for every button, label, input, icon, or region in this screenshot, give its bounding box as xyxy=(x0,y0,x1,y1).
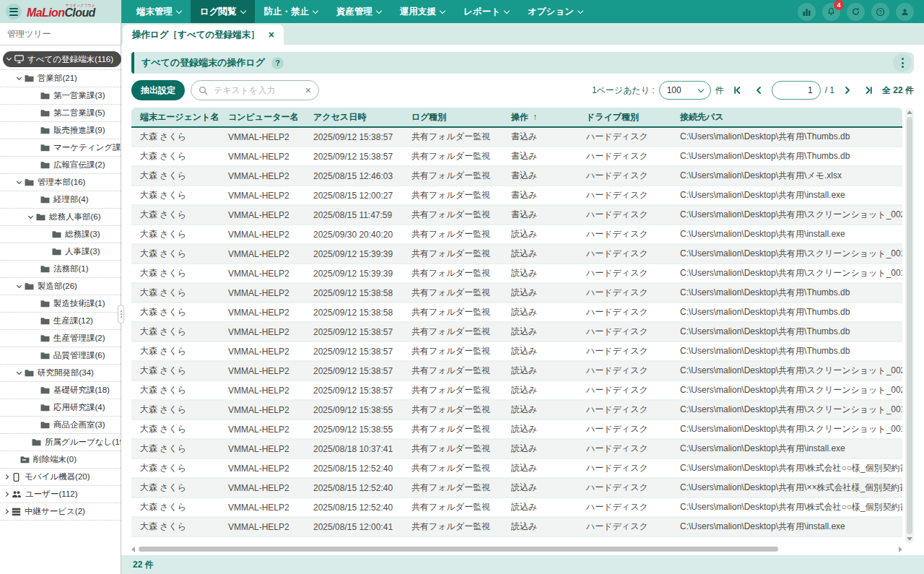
menu-item[interactable]: 防止・禁止 xyxy=(255,0,328,23)
table-row[interactable]: 大森 さくらVMMAL-HELP22025/08/15 11:47:59共有フォ… xyxy=(131,206,902,225)
account-icon[interactable] xyxy=(896,3,914,21)
cell-agent: 大森 さくら xyxy=(131,345,219,357)
cell-computer: VMMAL-HELP2 xyxy=(219,347,305,357)
tree-item[interactable]: 第一営業課(3) xyxy=(0,87,121,105)
table-row[interactable]: 大森 さくらVMMAL-HELP22025/09/12 15:38:58共有フォ… xyxy=(131,284,902,303)
tree-item[interactable]: 営業部(21) xyxy=(0,70,121,87)
table-row[interactable]: 大森 さくらVMMAL-HELP22025/09/12 15:38:57共有フォ… xyxy=(131,323,902,342)
vertical-scrollbar[interactable] xyxy=(905,108,914,544)
table-row[interactable]: 大森 さくらVMMAL-HELP22025/09/12 15:38:57共有フォ… xyxy=(131,362,902,381)
menu-item[interactable]: レポート xyxy=(454,0,518,23)
table-row[interactable]: 大森 さくらVMMAL-HELP22025/09/30 20:40:20共有フォ… xyxy=(131,225,902,245)
table-row[interactable]: 大森 さくらVMMAL-HELP22025/09/12 15:38:57共有フォ… xyxy=(131,381,902,401)
tree-item[interactable]: 研究開発部(34) xyxy=(0,365,121,382)
tree-item[interactable]: 生産管理課(2) xyxy=(0,330,121,347)
table-row[interactable]: 大森 さくらVMMAL-HELP22025/08/15 12:00:41共有フォ… xyxy=(131,518,902,537)
cell-operation: 読込み xyxy=(502,521,578,533)
table-row[interactable]: 大森 さくらVMMAL-HELP22025/09/12 15:38:55共有フォ… xyxy=(131,401,902,420)
stats-icon[interactable] xyxy=(798,3,816,21)
menu-item[interactable]: ログ閲覧 xyxy=(191,0,255,23)
scroll-left-icon[interactable] xyxy=(131,547,135,552)
column-header-log-type[interactable]: ログ種別 xyxy=(403,111,502,123)
table-row[interactable]: 大森 さくらVMMAL-HELP22025/09/12 15:38:57共有フォ… xyxy=(131,128,902,147)
column-header-operation[interactable]: 操作↑ xyxy=(502,111,578,123)
column-header-computer[interactable]: コンピューター名 xyxy=(219,111,305,123)
next-page-button[interactable] xyxy=(839,82,856,99)
table-row[interactable]: 大森 さくらVMMAL-HELP22025/09/12 15:39:39共有フォ… xyxy=(131,264,902,284)
tab-close-icon[interactable]: × xyxy=(269,29,274,40)
tree-item[interactable]: 広報宣伝課(2) xyxy=(0,157,121,174)
menu-item[interactable]: オプション xyxy=(518,0,592,23)
table-row[interactable]: 大森 さくらVMMAL-HELP22025/08/15 12:00:27共有フォ… xyxy=(131,186,902,206)
menu-item[interactable]: 端末管理 xyxy=(127,0,191,23)
tree-item[interactable]: 製造技術課(1) xyxy=(0,295,121,313)
table-row[interactable]: 大森 さくらVMMAL-HELP22025/08/15 12:52:40共有フォ… xyxy=(131,479,902,498)
tree-item[interactable]: すべての登録端末(116) xyxy=(3,51,121,67)
tree-item[interactable]: 総務人事部(6) xyxy=(0,209,121,226)
kebab-menu-icon[interactable] xyxy=(893,53,912,72)
tree-item[interactable]: 製造部(26) xyxy=(0,278,121,295)
tree-item[interactable]: 管理本部(16) xyxy=(0,174,121,191)
tree-item[interactable]: 品質管理課(6) xyxy=(0,347,121,365)
column-header-datetime[interactable]: アクセス日時 xyxy=(305,111,403,123)
refresh-icon[interactable] xyxy=(847,3,865,21)
table-row[interactable]: 大森 さくらVMMAL-HELP22025/08/18 10:37:41共有フォ… xyxy=(131,440,902,459)
tree-item[interactable]: マーケティング課(2) xyxy=(0,139,121,157)
menu-item[interactable]: 運用支援 xyxy=(391,0,454,23)
tree-item[interactable]: 所属グループなし(19) xyxy=(0,434,121,451)
cell-drive: ハードディスク xyxy=(578,404,671,416)
tab-operation-log[interactable]: 操作ログ［すべての登録端末］ × xyxy=(123,25,284,45)
tree-item[interactable]: 法務部(1) xyxy=(0,261,121,278)
panel-help-icon[interactable]: ? xyxy=(271,57,284,69)
tree-item[interactable]: 削除端末(0) xyxy=(0,451,121,469)
last-page-button[interactable] xyxy=(860,82,878,99)
column-header-path[interactable]: 接続先パス xyxy=(671,111,902,123)
per-page-select[interactable]: 100 xyxy=(659,81,711,100)
vertical-scrollbar-thumb[interactable] xyxy=(907,117,912,534)
tree-item[interactable]: 総務課(3) xyxy=(0,226,121,243)
tree-item[interactable]: ユーザー(112) xyxy=(0,486,121,503)
tree-item[interactable]: 中継サービス(2) xyxy=(0,503,121,521)
table-row[interactable]: 大森 さくらVMMAL-HELP22025/08/15 12:52:40共有フォ… xyxy=(131,459,902,479)
prev-page-button[interactable] xyxy=(750,82,767,99)
folder-icon xyxy=(40,317,50,325)
horizontal-scrollbar-thumb[interactable] xyxy=(139,547,778,552)
search-input[interactable] xyxy=(212,84,301,96)
table-row[interactable]: 大森 さくらVMMAL-HELP22025/08/15 12:46:03共有フォ… xyxy=(131,167,902,186)
current-page-input[interactable] xyxy=(772,81,821,100)
tree-item[interactable]: 基礎研究課(18) xyxy=(0,382,121,399)
tree-item[interactable]: 応用研究課(4) xyxy=(0,399,121,417)
tree-item[interactable]: 第二営業課(5) xyxy=(0,105,121,122)
tree-item[interactable]: 人事課(3) xyxy=(0,243,121,261)
extract-settings-button[interactable]: 抽出設定 xyxy=(131,80,185,100)
table-row[interactable]: 大森 さくらVMMAL-HELP22025/08/15 12:52:40共有フォ… xyxy=(131,498,902,518)
column-header-agent[interactable]: 端末エージェント名 xyxy=(131,111,219,123)
chevron-down-icon xyxy=(313,7,318,13)
tree-item[interactable]: 販売推進課(9) xyxy=(0,122,121,139)
scroll-right-icon[interactable] xyxy=(899,547,902,552)
cell-drive: ハードディスク xyxy=(578,384,671,396)
scroll-up-icon[interactable] xyxy=(907,110,912,114)
cell-datetime: 2025/09/12 15:38:58 xyxy=(305,308,403,318)
notifications-icon[interactable]: 4 xyxy=(822,3,840,21)
menu-item[interactable]: 資産管理 xyxy=(327,0,391,23)
cell-datetime: 2025/09/12 15:38:57 xyxy=(305,327,403,337)
table-row[interactable]: 大森 さくらVMMAL-HELP22025/09/12 15:38:58共有フォ… xyxy=(131,303,902,323)
scroll-down-icon[interactable] xyxy=(907,537,912,541)
hamburger-menu-icon[interactable] xyxy=(6,4,22,19)
table-row[interactable]: 大森 さくらVMMAL-HELP22025/09/12 15:38:55共有フォ… xyxy=(131,420,902,440)
sidebar-resize-handle[interactable] xyxy=(118,305,124,323)
first-page-button[interactable] xyxy=(728,82,746,99)
column-header-drive[interactable]: ドライブ種別 xyxy=(578,111,671,123)
tree-item[interactable]: モバイル機器(20) xyxy=(0,469,121,486)
help-icon[interactable]: ? xyxy=(871,3,889,21)
tree-item[interactable]: 商品企画室(3) xyxy=(0,417,121,434)
horizontal-scrollbar[interactable] xyxy=(131,545,902,554)
search-clear-icon[interactable]: × xyxy=(305,85,311,95)
table-row[interactable]: 大森 さくらVMMAL-HELP22025/09/12 15:38:57共有フォ… xyxy=(131,342,902,362)
tree-item[interactable]: 生産課(12) xyxy=(0,313,121,330)
table-row[interactable]: 大森 さくらVMMAL-HELP22025/09/12 15:39:39共有フォ… xyxy=(131,245,902,264)
cell-log-type: 共有フォルダー監視 xyxy=(403,189,502,201)
table-row[interactable]: 大森 さくらVMMAL-HELP22025/09/12 15:38:57共有フォ… xyxy=(131,147,902,167)
tree-item[interactable]: 経理部(4) xyxy=(0,191,121,209)
